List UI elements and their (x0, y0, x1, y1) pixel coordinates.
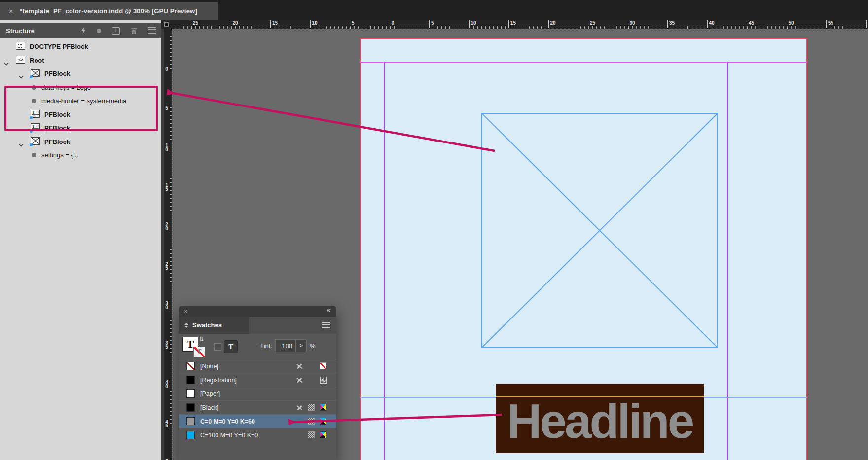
process-color-icon (308, 431, 315, 438)
ruler-tick-label: 10 (310, 20, 318, 28)
swatch-row[interactable]: [Registration] (179, 373, 336, 387)
structure-element-row[interactable]: <>Root (0, 54, 161, 67)
no-edit-pencil-icon (296, 404, 303, 411)
tab-close-icon[interactable]: × (9, 8, 13, 15)
ruler-tick-label: 55 (826, 20, 833, 28)
formatting-affects-container-button[interactable] (214, 343, 221, 351)
document-tab-title: *template_PF_color-version.indd @ 300% [… (20, 7, 197, 15)
swatches-tab[interactable]: Swatches (179, 317, 249, 334)
trash-icon[interactable] (131, 27, 137, 34)
structure-attribute-row[interactable]: settings = {... (0, 148, 161, 162)
stroke-proxy-icon[interactable]: T (193, 347, 205, 357)
swatch-row[interactable]: [Paper] (179, 387, 336, 400)
margin-guide-top[interactable] (360, 62, 807, 63)
modified-dot-icon (30, 116, 33, 119)
swatch-row[interactable]: C=100 M=0 Y=0 K=0 (179, 428, 336, 442)
swatches-close-icon[interactable]: × (184, 308, 188, 315)
swatch-color-chip (186, 431, 195, 439)
structure-attribute-row[interactable]: data-keys = Logo (0, 81, 161, 94)
swatch-name: [Paper] (200, 390, 220, 397)
vertical-ruler[interactable]: 05101520253035404550 (164, 29, 172, 460)
tint-dropdown-icon[interactable]: > (296, 339, 307, 352)
attribute-bullet-icon (32, 153, 36, 157)
structure-element-row[interactable]: PFBlock (0, 135, 161, 148)
registration-icon (320, 376, 327, 384)
structure-element-row[interactable]: TPFBlock (0, 121, 161, 135)
headline-text: Headline (507, 391, 692, 446)
ruler-origin-corner[interactable] (161, 20, 172, 29)
process-color-icon (308, 404, 315, 411)
swatches-tab-title: Swatches (192, 321, 222, 329)
ruler-origin-icon (164, 22, 169, 27)
swatch-row[interactable]: C=0 M=0 Y=0 K=60 (179, 414, 336, 428)
fill-stroke-proxy[interactable]: T T ⇄ (182, 337, 207, 359)
swatch-row[interactable]: [Black] (179, 400, 336, 414)
tint-input[interactable]: 100 (275, 339, 296, 352)
chevron-down-icon[interactable] (19, 140, 24, 149)
structure-attribute-row[interactable]: media-hunter = system-media (0, 94, 161, 107)
ruler-tick-label: 25 (588, 20, 595, 28)
structure-element-row[interactable]: PFBlock (0, 67, 161, 80)
panel-menu-icon[interactable] (148, 27, 156, 34)
margin-guide-right[interactable] (727, 62, 728, 460)
structure-tree: DOCTYPE PFBlock<>RootPFBlockdata-keys = … (0, 38, 161, 460)
image-placeholder-frame[interactable] (481, 113, 718, 348)
headline-text-frame[interactable]: Headline (496, 384, 704, 453)
svg-text:T: T (32, 124, 35, 129)
swatch-color-chip (186, 376, 195, 384)
placeholder-x-icon (482, 114, 717, 347)
structure-attribute-label: settings = {... (41, 151, 78, 159)
tint-label: Tint: (248, 342, 272, 350)
panel-cycle-icon (184, 323, 188, 328)
swatches-menu-icon[interactable] (322, 322, 330, 328)
swatches-panel: × « Swatches T T ⇄ T Tint: 100 > % [None… (179, 306, 336, 460)
ruler-tick-label: 40 (164, 381, 169, 389)
modified-dot-icon (30, 130, 33, 133)
chevron-down-icon[interactable] (4, 59, 9, 68)
cmyk-color-icon (320, 418, 326, 425)
structure-element-row[interactable]: TPFBlock (0, 108, 161, 121)
no-edit-pencil-icon (296, 376, 303, 384)
margin-guide-left[interactable] (384, 62, 385, 460)
structure-node-label: PFBlock (44, 124, 70, 132)
doctype-icon (16, 42, 25, 50)
record-dot-icon[interactable] (97, 29, 101, 33)
swatch-color-chip (186, 403, 195, 412)
structure-node-label: Root (30, 57, 44, 64)
baseline-rule (496, 396, 704, 397)
document-tab[interactable]: × *template_PF_color-version.indd @ 300%… (0, 2, 218, 20)
ruler-tick-label: 5 (350, 20, 355, 28)
chevron-down-icon[interactable] (19, 72, 24, 81)
ruler-tick-label: 0 (164, 67, 169, 71)
swatch-name: C=100 M=0 Y=0 K=0 (200, 432, 258, 439)
swatch-color-chip (186, 389, 195, 398)
swap-fill-stroke-icon[interactable]: ⇄ (198, 337, 205, 341)
ruler-tick-label: 30 (164, 302, 169, 310)
ruler-tick-label: 10 (164, 144, 169, 152)
ruler-tick-label: 25 (164, 262, 169, 271)
ruler-tick-label: 5 (164, 106, 169, 111)
ruler-tick-label: 15 (270, 20, 278, 28)
process-color-icon (308, 418, 315, 425)
tint-unit-label: % (310, 342, 316, 350)
horizontal-ruler[interactable]: 252015105051015202530354045505560 (172, 20, 868, 29)
structure-attribute-label: data-keys = Logo (41, 84, 91, 91)
swatches-titlebar[interactable]: × « (179, 306, 336, 317)
swatches-tab-row: Swatches (179, 317, 336, 334)
cmyk-color-icon (320, 431, 326, 438)
structure-element-row[interactable]: DOCTYPE PFBlock (0, 40, 161, 53)
formatting-affects-text-button[interactable]: T (224, 340, 238, 353)
structure-panel: Structure + DOCTYPE PFBlock<>RootPFBlock… (0, 20, 161, 460)
ruler-tick-label: 0 (390, 20, 395, 28)
swatch-name: [Black] (200, 404, 219, 411)
ruler-tick-label: 20 (164, 223, 169, 231)
ruler-tick-label: 40 (707, 20, 715, 28)
swatches-collapse-icon[interactable]: « (327, 306, 330, 314)
ruler-tick-label: 50 (787, 20, 794, 28)
validate-lightning-icon[interactable] (81, 27, 86, 34)
ruler-tick-label: 45 (164, 420, 169, 428)
swatch-row[interactable]: [None] (179, 359, 336, 373)
swatch-name: [Registration] (200, 377, 237, 384)
add-element-icon[interactable]: + (112, 27, 120, 35)
ruler-tick-label: 45 (747, 20, 754, 28)
